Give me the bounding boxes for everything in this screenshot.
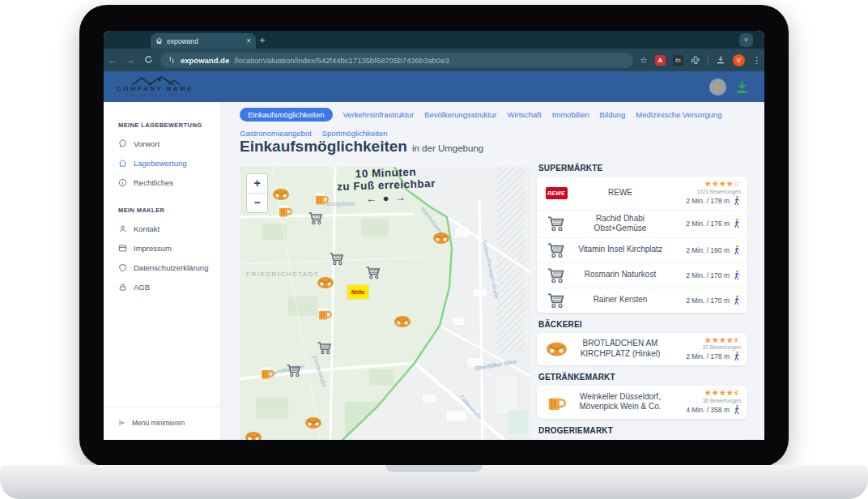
address-bar[interactable]: expowand.de /locationValuation/index/542… <box>160 53 633 68</box>
url-path: /locationValuation/index/542f44bc17135bf… <box>234 56 449 65</box>
poi-row[interactable]: Rachid Dhabi Obst+Gemüse 2 Min. / 176 m <box>537 211 747 238</box>
results-panel: SUPERMÄRKTE REWE REWE ☆☆☆☆☆★★★★★ 1023 Be… <box>537 164 747 440</box>
pretzel-icon <box>542 341 571 357</box>
shield-icon <box>118 263 127 272</box>
reload-icon[interactable] <box>139 53 157 67</box>
browser-profile-avatar[interactable]: V <box>733 54 745 66</box>
map-cart-icon[interactable] <box>365 266 381 279</box>
url-host: expowand.de <box>181 56 229 65</box>
map-zoom-control: + − <box>246 173 268 213</box>
distance: 2 Min. / 190 m <box>686 246 730 254</box>
sidebar: MEINE LAGEBEWERTUNG Vorwort Lagebewertun… <box>104 102 221 440</box>
collapse-menu-button[interactable]: Menü minimieren <box>104 407 235 440</box>
tab-search-button[interactable]: v <box>739 33 753 47</box>
sidebar-item-vorwort[interactable]: Vorwort <box>118 139 220 148</box>
poi-row[interactable]: Rosmarin Naturkost 2 Min. / 170 m <box>537 263 747 288</box>
map-pretzel-icon[interactable] <box>245 431 262 440</box>
home-icon <box>118 159 127 168</box>
map-cart-icon[interactable] <box>329 252 345 266</box>
browser-tabstrip: expowand × + v <box>104 31 764 49</box>
poi-row[interactable]: BROTLÄDCHEN AM KIRCHPLATZ (Hinkel) ☆☆☆☆☆… <box>537 333 747 366</box>
map-beer-icon[interactable] <box>278 203 292 218</box>
sidebar-item-label: Rechtliches <box>134 178 173 187</box>
site-settings-icon[interactable] <box>168 56 176 64</box>
chat-bubble-icon <box>118 139 127 148</box>
rewe-logo: REWE <box>546 187 568 199</box>
sidebar-item-agb[interactable]: AGB <box>118 283 220 292</box>
poi-name: Weinkeller Düsseldorf, Mövenpick Wein & … <box>571 392 670 412</box>
walking-icon <box>733 404 741 416</box>
sidebar-item-rechtliches[interactable]: Rechtliches <box>118 178 220 187</box>
downloads-icon[interactable] <box>716 55 725 65</box>
sidebar-item-label: AGB <box>134 283 150 292</box>
section-title-supermaerkte: SUPERMÄRKTE <box>538 164 747 173</box>
tab-close-icon[interactable]: × <box>246 37 251 45</box>
section-title-baeckerei: BÄCKEREI <box>538 320 747 329</box>
poi-name: BROTLÄDCHEN AM KIRCHPLATZ (Hinkel) <box>571 339 670 359</box>
download-report-icon[interactable] <box>734 79 750 95</box>
walking-icon <box>733 295 741 306</box>
zoom-out-button[interactable]: − <box>247 194 267 212</box>
tab-verkehrsinfrastruktur[interactable]: Verkehrsinfrastruktur <box>343 108 415 122</box>
map-beer-icon[interactable] <box>317 306 332 321</box>
tab-medizinische-versorgung[interactable]: Medizinische Versorgung <box>636 108 721 122</box>
section-title-getraenkemarkt: GETRÄNKEMARKT <box>538 373 747 382</box>
tab-bevoelkerungsstruktur[interactable]: Bevölkerungsstruktur <box>424 108 496 122</box>
poi-row-rewe[interactable]: REWE REWE ☆☆☆☆☆★★★★★ 1023 Bewertungen 2 … <box>537 177 747 211</box>
map-beer-icon[interactable] <box>260 365 274 380</box>
tab-wirtschaft[interactable]: Wirtschaft <box>507 108 541 122</box>
bookmark-star-icon[interactable]: ☆ <box>640 55 648 66</box>
sidebar-item-datenschutz[interactable]: Datenschutzerklärung <box>118 263 220 272</box>
page-title: Einkaufsmöglichkeiten <box>240 138 407 156</box>
map-pretzel-icon[interactable] <box>317 276 334 289</box>
map-pretzel-icon[interactable] <box>272 188 290 201</box>
sidebar-item-label: Kontakt <box>134 224 160 233</box>
tab-title: expowand <box>167 37 242 45</box>
map-cart-icon[interactable] <box>286 364 302 377</box>
back-icon[interactable]: ← <box>104 54 121 66</box>
poi-row[interactable]: dm-drogerie markt 5 Min. / 452 m <box>537 439 747 441</box>
home-favicon-icon <box>155 37 163 45</box>
tab-bildung[interactable]: Bildung <box>600 108 626 122</box>
map-pretzel-icon[interactable] <box>432 232 450 245</box>
sidebar-item-label: Lagebewertung <box>134 159 187 168</box>
poi-row[interactable]: Weinkeller Düsseldorf, Mövenpick Wein & … <box>537 386 747 419</box>
extensions-puzzle-icon[interactable] <box>691 55 700 65</box>
page-subtitle: in der Umgebung <box>412 143 483 153</box>
drugstore-card: dm-drogerie markt 5 Min. / 452 m <box>537 439 747 441</box>
poi-name: REWE <box>571 188 670 198</box>
adobe-extension-icon[interactable]: A <box>655 55 666 66</box>
sidebar-item-impressum[interactable]: Impressum <box>118 244 220 253</box>
tab-immobilien[interactable]: Immobilien <box>552 108 589 122</box>
distance: 2 Min. / 178 m <box>686 352 730 360</box>
poi-name: Rachid Dhabi Obst+Gemüse <box>571 214 670 234</box>
poi-name: Rosmarin Naturkost <box>571 270 670 280</box>
new-tab-button[interactable]: + <box>256 34 269 47</box>
shopping-cart-icon <box>542 292 571 309</box>
browser-menu-icon[interactable]: ⋮ <box>752 55 761 66</box>
rating-stars: ☆☆☆☆☆★★★★★ <box>704 336 741 344</box>
poi-row[interactable]: Rainer Kersten 2 Min. / 170 m <box>537 288 747 313</box>
fn-extension-icon[interactable]: fn <box>673 55 683 66</box>
sidebar-item-lagebewertung[interactable]: Lagebewertung <box>118 159 220 168</box>
user-avatar[interactable] <box>709 79 726 96</box>
distance: 2 Min. / 178 m <box>686 197 730 205</box>
map-cart-icon[interactable] <box>308 211 324 225</box>
laptop-notch <box>385 465 483 472</box>
poi-name: Rainer Kersten <box>571 295 670 305</box>
map-cart-icon[interactable] <box>317 341 333 355</box>
map-pretzel-icon[interactable] <box>304 416 322 429</box>
zoom-in-button[interactable]: + <box>247 174 267 194</box>
sidebar-item-kontakt[interactable]: Kontakt <box>118 224 220 233</box>
walking-icon <box>733 351 741 362</box>
map-pretzel-icon[interactable] <box>394 315 411 328</box>
map[interactable]: + − 10 Minuten zu Fuß erreichbar ← ● → F… <box>240 167 531 440</box>
poi-row[interactable]: Vitamin Insel Kirchplatz 2 Min. / 190 m <box>537 238 747 263</box>
browser-tab[interactable]: expowand × <box>151 33 256 49</box>
map-netto-logo[interactable]: Netto <box>347 285 368 299</box>
tab-einkaufsmoeglichkeiten[interactable]: Einkaufsmöglichkeiten <box>240 108 333 122</box>
sidebar-item-label: Impressum <box>134 244 172 253</box>
sidebar-section-title: MEIN MAKLER <box>118 207 220 214</box>
forward-icon[interactable]: → <box>121 54 139 66</box>
company-logo[interactable]: COMPANY NAME Slogan Goes Here <box>117 76 194 97</box>
